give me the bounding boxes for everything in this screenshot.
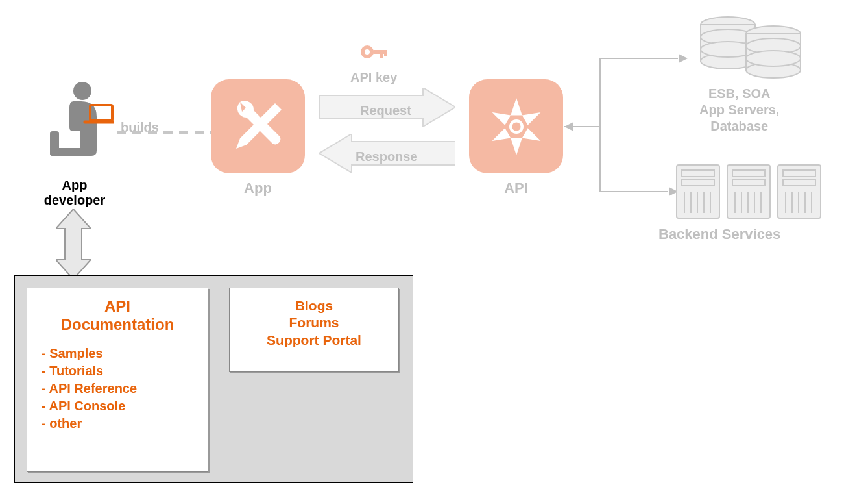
svg-marker-15 — [564, 122, 573, 131]
doc-title-1: API — [104, 297, 130, 315]
doc-item: - other — [42, 415, 196, 432]
doc-title-2: Documentation — [61, 316, 175, 333]
svg-rect-2 — [50, 131, 59, 156]
response-label: Response — [356, 149, 418, 164]
developer-node: App developer — [36, 81, 114, 208]
svg-rect-41 — [732, 179, 765, 186]
doc-item: - Samples — [42, 345, 196, 362]
databases-text: ESB, SOA App Servers, Database — [699, 86, 779, 134]
builds-dash — [117, 131, 211, 134]
svg-rect-49 — [783, 179, 815, 186]
key-icon — [359, 43, 388, 66]
developer-label: App developer — [36, 178, 114, 208]
svg-point-30 — [746, 51, 801, 66]
backend-label: Backend Services — [658, 226, 780, 243]
api-label: API — [469, 180, 563, 197]
developer-portal-arrow — [56, 209, 91, 279]
svg-point-8 — [365, 49, 370, 55]
portal-container: API Documentation - Samples - Tutorials … — [14, 275, 413, 483]
api-documentation-card: API Documentation - Samples - Tutorials … — [27, 288, 208, 472]
db-line1: ESB, SOA — [708, 86, 771, 101]
svg-marker-55 — [56, 209, 91, 279]
svg-point-0 — [73, 82, 91, 100]
doc-item: - Tutorials — [42, 362, 196, 380]
community-card: Blogs Forums Support Portal — [229, 288, 399, 372]
databases-icon — [689, 13, 812, 81]
community-line: Blogs — [241, 297, 387, 314]
servers-icon — [675, 161, 825, 225]
request-label: Request — [360, 103, 411, 118]
doc-items: - Samples - Tutorials - API Reference - … — [42, 345, 196, 432]
app-tile — [211, 79, 305, 173]
app-node: App — [211, 79, 305, 197]
tools-icon — [226, 94, 291, 159]
doc-item: - API Reference — [42, 380, 196, 397]
app-label: App — [211, 180, 305, 197]
developer-icon — [36, 81, 114, 171]
svg-rect-10 — [380, 50, 383, 58]
db-line3: Database — [710, 119, 768, 133]
svg-rect-48 — [783, 170, 815, 177]
backend-connectors — [564, 39, 688, 208]
svg-marker-18 — [679, 54, 688, 63]
api-node: API — [469, 79, 563, 197]
community-line: Forums — [241, 314, 387, 331]
gear-star-icon — [481, 91, 552, 162]
svg-rect-40 — [732, 170, 765, 177]
api-key: API key — [350, 43, 397, 85]
api-tile — [469, 79, 563, 173]
doc-item: - API Console — [42, 397, 196, 415]
community-line: Support Portal — [241, 332, 387, 349]
svg-point-6 — [511, 121, 522, 132]
api-key-label: API key — [350, 70, 397, 85]
svg-rect-32 — [682, 170, 714, 177]
svg-rect-33 — [682, 179, 714, 186]
db-line2: App Servers, — [699, 103, 779, 117]
svg-rect-11 — [384, 50, 387, 56]
